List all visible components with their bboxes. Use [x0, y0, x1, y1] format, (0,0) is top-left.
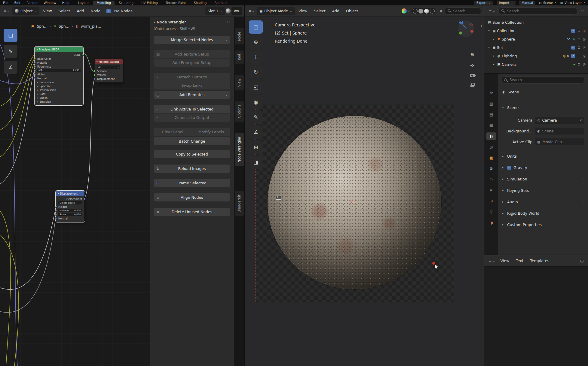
workspace-tab-modeling[interactable]: Modeling	[93, 1, 115, 5]
displacement-socket[interactable]	[93, 78, 96, 80]
material-preview-dropdown[interactable]	[402, 8, 407, 14]
tab-view[interactable]: View	[235, 75, 244, 90]
section-simulation[interactable]: ▸Simulation∷	[501, 175, 586, 183]
close-icon[interactable]: ✕	[580, 119, 582, 122]
clear-label-button[interactable]: Clear Label	[154, 128, 192, 136]
swap-links-button[interactable]: Swap Links	[154, 81, 230, 89]
close-icon[interactable]: ✕	[583, 1, 586, 4]
active-clip-selector[interactable]: ▦Movie Clip	[535, 138, 584, 145]
node-material-output[interactable]: ▾Material Output All⌄ Surface Volume Dis…	[94, 59, 123, 83]
menu-object[interactable]: Object	[343, 9, 361, 13]
editor-type-dropdown[interactable]: ⌗⌄	[2, 9, 11, 14]
tab-particles[interactable]: ✶	[486, 186, 496, 194]
links-cut-tool[interactable]: ∡	[4, 61, 17, 74]
measure-tool[interactable]: ∡	[249, 126, 263, 139]
tab-world[interactable]: ◎	[486, 143, 496, 151]
manual-button[interactable]: Manual	[519, 1, 535, 5]
pan-hand-icon[interactable]: ✛	[470, 63, 474, 68]
height-socket[interactable]	[55, 206, 57, 208]
normal-socket[interactable]	[34, 77, 36, 79]
tab-object-data[interactable]: ▽	[486, 208, 496, 216]
surface-socket[interactable]	[93, 70, 96, 72]
caret-right-icon[interactable]: ▸	[37, 101, 38, 103]
roughness-socket[interactable]	[34, 65, 36, 68]
filter-icon[interactable]: ▽	[580, 9, 586, 13]
caret-right-icon[interactable]: ▸	[37, 97, 38, 99]
slot-dropdown[interactable]: Slot 1⌄	[205, 7, 225, 15]
hide-render-icon[interactable]: ◎	[583, 54, 586, 58]
tab-physics[interactable]: ◌	[486, 176, 496, 183]
hide-viewport-icon[interactable]: ⊡	[577, 62, 580, 66]
rendered-shading-button[interactable]	[430, 9, 435, 14]
new-text-icon[interactable]: ⊞	[578, 259, 586, 263]
row-scene-collection[interactable]: ▤ Scene Collection	[484, 18, 588, 26]
row-camera[interactable]: ▸ ▣ Camera ▸ ⊡ ◎	[484, 60, 588, 68]
caret-right-icon[interactable]: ▸	[37, 81, 38, 83]
hide-render-icon[interactable]: ◎	[583, 29, 586, 33]
collection-checkbox[interactable]: ✓	[571, 29, 575, 33]
close-icon[interactable]: ✕	[554, 1, 557, 4]
camera-selector[interactable]: ◎Camera✕	[535, 117, 584, 124]
link-active-to-selected-button[interactable]: ∞Link Active To Selected⌄	[154, 105, 230, 113]
extrude-tool[interactable]: ◨	[249, 156, 263, 169]
menu-add[interactable]: Add	[74, 9, 87, 13]
breadcrumb-object[interactable]: Sph...	[37, 24, 47, 29]
solid-shading-button[interactable]	[418, 9, 423, 14]
modifier-wrench-icon[interactable]: ⚒	[567, 37, 570, 41]
tab-constraints[interactable]: ⊞	[486, 197, 496, 205]
volume-socket[interactable]	[93, 74, 96, 76]
drag-dots-icon[interactable]: ∷	[227, 20, 230, 24]
menu-window[interactable]: Window	[41, 1, 59, 5]
tab-tool[interactable]: ⚒	[486, 89, 496, 97]
menu-file[interactable]: File	[0, 1, 11, 5]
caret-down-icon[interactable]: ▾	[487, 29, 491, 32]
workspace-tab-sculpting[interactable]: Sculpting	[115, 1, 137, 5]
lock-icon[interactable]	[470, 85, 474, 87]
section-gravity[interactable]: ▸✓Gravity∷	[501, 164, 586, 171]
add-cube-tool[interactable]: ⊞	[249, 141, 263, 154]
breadcrumb-mesh[interactable]: Sph...	[59, 24, 69, 29]
tab-output[interactable]: ▤	[486, 111, 496, 118]
alpha-socket[interactable]	[34, 73, 36, 75]
midlevel-field[interactable]: Midlevel0.500	[58, 209, 82, 212]
menu-select[interactable]: Select	[56, 9, 73, 13]
caret-down-icon[interactable]: ▾	[487, 46, 491, 49]
export-button[interactable]: Export⌄	[474, 1, 493, 5]
hide-render-icon[interactable]: ◎	[583, 46, 586, 50]
shader-type-dropdown[interactable]: Object⌄	[12, 7, 39, 15]
wireframe-shading-button[interactable]	[413, 9, 418, 14]
delete-unused-nodes-button[interactable]: ⊗Delete Unused Nodes	[154, 208, 230, 216]
caret-right-icon[interactable]: ▸	[492, 54, 496, 57]
workspace-tab-animation[interactable]: Animati	[211, 1, 230, 5]
move-tool[interactable]: ✛	[249, 50, 263, 64]
breadcrumb-material[interactable]: worn_pla...	[81, 24, 101, 29]
collection-checkbox[interactable]: ✓	[571, 54, 575, 58]
detach-outputs-button[interactable]: ⌁Detach Outputs	[154, 73, 230, 81]
gravity-checkbox[interactable]: ✓	[507, 166, 511, 170]
camera-data-icon[interactable]: ▸	[574, 62, 575, 66]
bsdf-output-socket[interactable]	[82, 54, 84, 56]
menu-edit[interactable]: Edit	[11, 1, 23, 5]
viewport-canvas[interactable]: Camera Perspective (2) Set | Sphere Rend…	[245, 17, 484, 366]
modify-labels-button[interactable]: Modify Labels	[192, 128, 230, 136]
tab-options[interactable]: Options	[235, 101, 244, 122]
reload-images-button[interactable]: ↻Reload Images	[154, 165, 230, 173]
import-button[interactable]: Import⌄	[497, 1, 516, 5]
node-principled-bsdf[interactable]: ▾Principled BSDF BSDF Base Color Metalli…	[35, 47, 83, 105]
material-preview-shading-button[interactable]	[424, 9, 429, 14]
space-dropdown[interactable]: Object Space⌄	[58, 201, 82, 204]
tab-material[interactable]: ◑	[486, 219, 496, 226]
menu-add[interactable]: Add	[329, 9, 342, 13]
section-rigid-body-world[interactable]: ▸Rigid Body World∷	[501, 209, 586, 217]
batch-change-button[interactable]: Batch Change⌄	[154, 137, 230, 145]
menu-templates[interactable]: Templates	[527, 259, 552, 263]
menu-view[interactable]: View	[40, 9, 55, 13]
merge-selected-nodes-button[interactable]: Merge Selected Nodes⌄	[154, 36, 230, 44]
menu-view[interactable]: View	[296, 9, 311, 13]
caret-right-icon[interactable]: ▸	[37, 93, 38, 95]
copy-to-selected-button[interactable]: Copy to Selected⌄	[154, 150, 230, 158]
navigation-gizmo[interactable]: Z	[456, 19, 476, 39]
section-units[interactable]: ▸Units∷	[501, 152, 586, 160]
normal-socket[interactable]	[55, 217, 57, 219]
view-layer-selector[interactable]: ▦View Layer✕	[560, 1, 586, 5]
